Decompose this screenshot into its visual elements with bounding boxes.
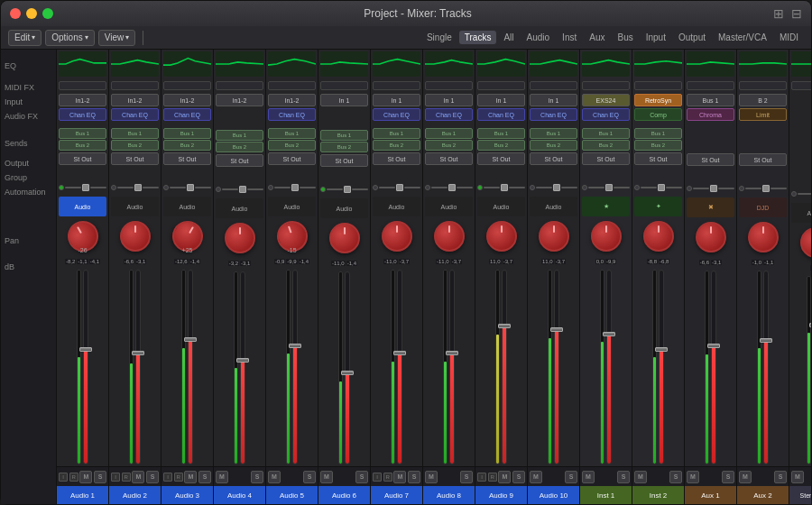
solo-btn-aux2[interactable]: S (774, 471, 787, 483)
mute-btn-3[interactable]: M (184, 471, 197, 483)
input-btn-inst2[interactable]: RetroSyn (634, 94, 682, 106)
channel-tag-1[interactable]: Audio (59, 197, 106, 216)
eq-display-7[interactable] (373, 51, 420, 77)
fx-btn-3[interactable]: Chan EQ (163, 108, 211, 121)
fader-handle-aux2[interactable] (760, 338, 772, 343)
fader-track-aux2[interactable] (763, 271, 769, 464)
fader-handle-10[interactable] (550, 327, 563, 332)
solo-btn-9[interactable]: S (512, 471, 525, 483)
ir-btn-2b[interactable]: R (122, 473, 131, 482)
send2-btn-5[interactable]: Bus 2 (268, 140, 316, 151)
mute-btn-aux2[interactable]: M (739, 471, 752, 483)
pan-knob-inst2[interactable] (643, 221, 674, 252)
eq-display-inst1[interactable] (582, 51, 630, 77)
ir-btn-3b[interactable]: R (174, 473, 183, 482)
ch-name-4[interactable]: Audio 4 (214, 486, 265, 504)
channel-tag-6[interactable]: Audio (320, 198, 368, 218)
send2-btn-6[interactable]: Bus 2 (320, 142, 368, 152)
channel-tag-4[interactable]: Audio (216, 198, 263, 218)
input-btn-9[interactable]: In 1 (477, 94, 525, 106)
mute-btn-10[interactable]: M (530, 471, 542, 483)
mute-btn-stereo[interactable]: M (791, 471, 804, 483)
send1-btn-4[interactable]: Bus 1 (216, 130, 263, 141)
eq-display-6[interactable] (320, 51, 368, 77)
solo-btn-1[interactable]: S (94, 471, 106, 483)
mute-btn-5[interactable]: M (268, 471, 281, 483)
eq-display-5[interactable] (268, 51, 316, 77)
auto-handle-inst2[interactable] (658, 184, 665, 191)
solo-btn-3[interactable]: S (198, 471, 211, 483)
fader-track-4[interactable] (240, 271, 245, 464)
send1-btn-6[interactable]: Bus 1 (320, 130, 368, 141)
input-btn-6[interactable]: In 1 (320, 94, 368, 106)
eq-display-stereo[interactable] (791, 51, 811, 77)
send2-btn-8[interactable]: Bus 2 (425, 140, 473, 151)
maximize-button[interactable] (42, 8, 53, 19)
fx-btn-5[interactable]: Chan EQ (268, 108, 316, 121)
ch-name-3[interactable]: Audio 3 (161, 486, 213, 504)
output-btn-7[interactable]: St Out (373, 152, 420, 165)
fx-btn-10[interactable]: Chan EQ (530, 108, 577, 121)
fx-btn-inst2[interactable]: Comp (634, 108, 682, 121)
send1-btn-inst2[interactable]: Bus 1 (634, 128, 682, 139)
input-btn-inst1[interactable]: EXS24 (582, 94, 630, 106)
fx-btn-aux2[interactable]: Limit (739, 108, 787, 121)
mute-btn-7[interactable]: M (393, 471, 406, 483)
mute-btn-inst1[interactable]: M (582, 471, 595, 483)
fader-handle-stereo[interactable] (809, 323, 812, 327)
ir-btn-7b[interactable]: R (383, 473, 392, 482)
fader-track-inst1[interactable] (606, 270, 612, 464)
tab-single[interactable]: Single (421, 31, 457, 44)
send1-btn-inst1[interactable]: Bus 1 (582, 128, 630, 139)
input-btn-7[interactable]: In 1 (373, 94, 420, 106)
tab-midi[interactable]: MIDI (774, 31, 804, 44)
ir-btn-1[interactable]: I (59, 473, 68, 482)
fader-track-2[interactable] (135, 270, 141, 464)
ch-name-8[interactable]: Audio 8 (423, 486, 475, 504)
channel-tag-stereo[interactable]: Audio (791, 203, 811, 223)
solo-btn-5[interactable]: S (303, 471, 316, 483)
send2-btn-inst1[interactable]: Bus 2 (582, 140, 630, 151)
ch-name-inst1[interactable]: Inst 1 (580, 486, 632, 504)
ir-btn-3[interactable]: I (163, 473, 172, 482)
send2-btn-4[interactable]: Bus 2 (216, 142, 263, 152)
eq-display-3[interactable] (163, 51, 211, 77)
edit-button[interactable]: Edit ▾ (8, 30, 42, 46)
pan-knob-aux1[interactable] (696, 222, 726, 252)
solo-btn-7[interactable]: S (408, 471, 420, 483)
solo-btn-4[interactable]: S (251, 471, 263, 483)
ir-btn-7[interactable]: I (373, 473, 382, 482)
channel-tag-5[interactable]: Audio (268, 197, 316, 216)
auto-handle-8[interactable] (448, 184, 456, 191)
output-btn-1[interactable]: St Out (59, 152, 106, 165)
tab-audio[interactable]: Audio (521, 31, 556, 44)
grid-icon[interactable]: ⊞ (773, 6, 784, 21)
ch-name-9[interactable]: Audio 9 (475, 486, 527, 504)
send2-btn-3[interactable]: Bus 2 (163, 140, 211, 151)
close-button[interactable] (10, 8, 21, 19)
ch-name-6[interactable]: Audio 6 (318, 486, 370, 504)
eq-display-inst2[interactable] (634, 51, 682, 77)
send2-btn-inst2[interactable]: Bus 2 (634, 140, 682, 151)
fx-btn-inst1[interactable]: Chan EQ (582, 108, 630, 121)
output-btn-9[interactable]: St Out (477, 152, 525, 165)
ir-btn-9[interactable]: I (477, 473, 486, 482)
solo-btn-inst2[interactable]: S (669, 471, 682, 483)
solo-btn-8[interactable]: S (460, 471, 473, 483)
output-btn-inst1[interactable]: St Out (582, 152, 630, 165)
fader-track-3[interactable] (188, 270, 193, 464)
output-btn-inst2[interactable]: St Out (634, 152, 682, 165)
fader-handle-aux1[interactable] (707, 344, 720, 348)
tab-tracks[interactable]: Tracks (459, 31, 497, 44)
send2-btn-7[interactable]: Bus 2 (373, 140, 420, 151)
output-btn-3[interactable]: St Out (163, 152, 211, 165)
send2-btn-9[interactable]: Bus 2 (477, 140, 525, 151)
fx-btn-1[interactable]: Chan EQ (59, 108, 106, 121)
minimize-button[interactable] (26, 8, 37, 19)
auto-handle-9[interactable] (501, 184, 508, 191)
pan-knob-8[interactable] (434, 221, 465, 252)
fader-handle-6[interactable] (341, 371, 354, 375)
output-btn-aux1[interactable]: St Out (687, 153, 734, 166)
fader-handle-7[interactable] (393, 351, 406, 355)
tab-inst[interactable]: Inst (557, 31, 582, 44)
